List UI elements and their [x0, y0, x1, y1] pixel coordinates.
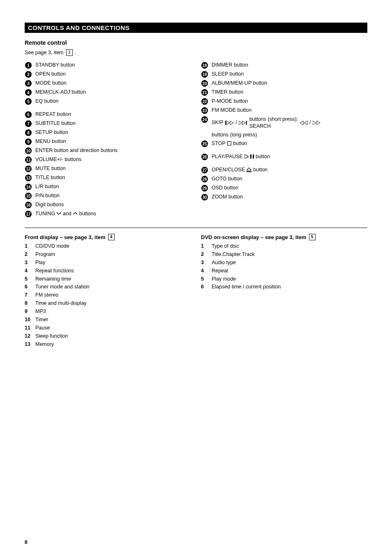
figref-4: 4	[108, 234, 115, 240]
dvd-item-6: 6Elapsed time / current position	[201, 283, 367, 290]
svg-text:19: 19	[202, 72, 207, 77]
list-number: 5	[25, 276, 32, 283]
front-item-11: 11Pause	[25, 325, 191, 332]
pause-icon	[250, 154, 254, 159]
svg-text:8: 8	[27, 131, 30, 135]
remote-item-label: EQ button	[35, 98, 191, 105]
spacer	[201, 162, 367, 166]
circled-number-icon: 8	[25, 129, 32, 136]
remote-item-label: ALBUM/MEM-UP button	[212, 80, 367, 87]
remote-item-9: 9 MENU button	[25, 138, 191, 145]
list-label: Title.Chapter.Track	[212, 251, 255, 258]
list-label: Sleep function	[35, 333, 68, 340]
remote-item-23: 23 FM MODE button	[201, 107, 367, 114]
remote-item-label: TITLE button	[35, 174, 191, 181]
remote-item-8: 8 SETUP button	[25, 129, 191, 136]
remote-left-list: 1 STANDBY button 2 OPEN button 3 MODE bu…	[25, 62, 191, 218]
section-header-bar: CONTROLS AND CONNECTIONS	[25, 23, 367, 33]
svg-text:22: 22	[202, 99, 207, 104]
circled-number-icon: 7	[25, 120, 32, 127]
svg-text:20: 20	[202, 81, 207, 86]
remote-item-label: TUNING and buttons	[35, 210, 191, 217]
svg-text:21: 21	[202, 90, 207, 95]
circled-number-icon: 24	[201, 116, 208, 123]
list-number: 6	[25, 283, 32, 290]
circled-number-icon: 6	[25, 111, 32, 118]
circled-number-icon: 25	[201, 140, 208, 147]
remote-item-label: STANDBY button	[35, 62, 191, 69]
remote-item-label: OPEN/CLOSE button	[212, 166, 367, 173]
svg-rect-60	[227, 142, 231, 145]
front-display-list: 1CD/DVD mode2Program3Play4Repeat functio…	[25, 243, 191, 348]
svg-text:26: 26	[202, 154, 207, 159]
circled-number-icon: 5	[25, 98, 32, 105]
svg-marker-68	[247, 168, 251, 170]
list-label: Program	[35, 251, 55, 258]
list-label: Time and multi-display	[35, 300, 87, 307]
svg-text:25: 25	[202, 141, 207, 146]
circled-number-icon: 30	[201, 193, 208, 201]
remote-item-11: 11 VOLUME+/- buttons	[25, 156, 191, 164]
dvd-display-heading: DVD on-screen display – see page 3, item…	[201, 234, 367, 240]
dvd-item-5: 5Play mode	[201, 276, 367, 283]
list-label: Play mode	[212, 276, 236, 283]
front-item-13: 13Memory	[25, 341, 191, 348]
remote-item-10: 10 ENTER button and direction buttons	[25, 147, 191, 154]
spacer	[201, 149, 367, 153]
list-number: 2	[25, 251, 32, 258]
remote-item-26: 26 PLAY/PAUSE button	[201, 153, 367, 161]
circled-number-icon: 14	[25, 183, 32, 191]
list-label: CD/DVD mode	[35, 243, 69, 250]
remote-item-13: 13 TITLE button	[25, 174, 191, 182]
remote-item-label: ENTER button and direction buttons	[35, 147, 191, 154]
see-page-label: See page 3, item	[25, 50, 64, 55]
remote-item-7: 7 SUBTITLE button	[25, 120, 191, 127]
remote-item-21: 21 TIMER button	[201, 89, 367, 96]
dvd-item-4: 4Repeat	[201, 267, 367, 274]
dvd-display-label: DVD on-screen display – see page 3, item	[201, 234, 307, 240]
svg-rect-69	[247, 171, 251, 172]
svg-text:29: 29	[202, 186, 207, 190]
remote-item-12: 12 MUTE button	[25, 165, 191, 173]
svg-marker-57	[317, 121, 320, 125]
dvd-item-2: 2Title.Chapter.Track	[201, 251, 367, 258]
list-label: Tuner mode and station	[35, 283, 90, 290]
svg-marker-54	[300, 121, 303, 125]
remote-item-24: 24 SKIP / buttons (short press);SEARCH /…	[201, 116, 367, 138]
list-label: FM stereo	[35, 292, 58, 299]
list-number: 3	[201, 259, 208, 266]
remote-item-2: 2 OPEN button	[25, 71, 191, 78]
svg-text:24: 24	[202, 117, 207, 122]
circled-number-icon: 16	[25, 201, 32, 209]
svg-rect-65	[253, 154, 254, 159]
front-item-5: 5Remaining time	[25, 276, 191, 283]
chevron-up-icon	[73, 212, 78, 215]
svg-text:5: 5	[27, 99, 30, 104]
remote-item-label: DIMMER button	[212, 62, 367, 69]
fast-forward-icon	[313, 121, 321, 125]
remote-item-5: 5 EQ button	[25, 98, 191, 105]
remote-item-6: 6 REPEAT button	[25, 111, 191, 118]
circled-number-icon: 15	[25, 192, 32, 200]
figref-5: 5	[309, 234, 316, 240]
list-label: Remaining time	[35, 276, 71, 283]
circled-number-icon: 26	[201, 153, 208, 161]
front-item-10: 10Timer	[25, 316, 191, 323]
remote-section-title: Remote control	[25, 39, 367, 46]
skip-next-icon	[239, 121, 248, 125]
circled-number-icon: 4	[25, 89, 32, 96]
svg-text:14: 14	[26, 185, 31, 189]
remote-item-label: Digit buttons	[35, 201, 191, 208]
circled-number-icon: 21	[201, 89, 208, 96]
list-number: 12	[25, 333, 32, 340]
front-item-1: 1CD/DVD mode	[25, 243, 191, 250]
play-icon	[244, 154, 249, 159]
list-number: 3	[25, 259, 32, 266]
front-item-4: 4Repeat functions	[25, 267, 191, 274]
list-number: 1	[25, 243, 32, 250]
dvd-item-1: 1Type of disc	[201, 243, 367, 250]
remote-item-label: SLEEP button	[212, 71, 367, 78]
remote-right-list: 18 DIMMER button 19 SLEEP button 20 ALBU…	[201, 62, 367, 201]
list-number: 10	[25, 316, 32, 323]
list-number: 5	[201, 276, 208, 283]
